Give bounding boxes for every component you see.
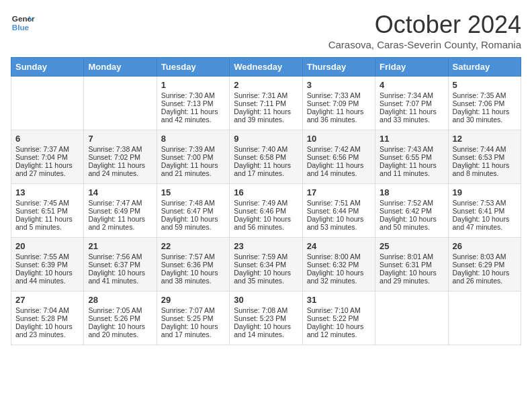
weekday-header: Tuesday (157, 58, 229, 77)
weekday-header: Sunday (11, 58, 84, 77)
sunset-text: Sunset: 7:06 PM (453, 99, 517, 107)
sunrise-text: Sunrise: 7:59 AM (234, 253, 298, 261)
calendar-cell: 30Sunrise: 7:08 AMSunset: 5:23 PMDayligh… (230, 291, 302, 345)
day-number: 30 (234, 295, 298, 305)
daylight-text: Daylight: 11 hours and 14 minutes. (307, 161, 371, 177)
sunrise-text: Sunrise: 8:03 AM (453, 253, 517, 261)
sunrise-text: Sunrise: 7:39 AM (161, 145, 225, 153)
calendar-cell: 24Sunrise: 8:00 AMSunset: 6:32 PMDayligh… (302, 238, 375, 291)
sunset-text: Sunset: 6:46 PM (234, 207, 298, 215)
sunset-text: Sunset: 6:32 PM (307, 261, 371, 269)
location-subtitle: Carasova, Caras-Severin County, Romania (328, 39, 521, 50)
daylight-text: Daylight: 10 hours and 26 minutes. (453, 269, 517, 285)
svg-text:General: General (12, 14, 35, 23)
sunset-text: Sunset: 6:39 PM (15, 261, 79, 269)
sunrise-text: Sunrise: 7:42 AM (307, 145, 371, 153)
calendar-cell: 9Sunrise: 7:40 AMSunset: 6:58 PMDaylight… (230, 130, 302, 184)
daylight-text: Daylight: 10 hours and 14 minutes. (234, 322, 298, 338)
sunset-text: Sunset: 6:29 PM (453, 261, 517, 269)
sunrise-text: Sunrise: 7:43 AM (380, 145, 443, 153)
calendar-cell: 4Sunrise: 7:34 AMSunset: 7:07 PMDaylight… (375, 77, 448, 130)
daylight-text: Daylight: 11 hours and 42 minutes. (161, 107, 225, 124)
daylight-text: Daylight: 11 hours and 17 minutes. (234, 161, 298, 177)
sunrise-text: Sunrise: 7:10 AM (307, 306, 371, 314)
day-number: 31 (307, 295, 371, 305)
calendar-cell: 28Sunrise: 7:05 AMSunset: 5:26 PMDayligh… (84, 291, 157, 345)
sunrise-text: Sunrise: 7:51 AM (307, 199, 371, 207)
weekday-header: Wednesday (230, 58, 302, 77)
sunrise-text: Sunrise: 7:34 AM (380, 91, 443, 99)
daylight-text: Daylight: 11 hours and 27 minutes. (15, 161, 79, 177)
day-number: 14 (88, 187, 152, 197)
title-block: October 2024 Carasova, Caras-Severin Cou… (328, 11, 521, 50)
weekday-header: Saturday (448, 58, 521, 77)
day-number: 2 (234, 80, 298, 90)
day-number: 22 (161, 241, 225, 251)
sunset-text: Sunset: 6:51 PM (15, 207, 79, 215)
day-number: 23 (234, 241, 298, 251)
day-number: 17 (307, 187, 371, 197)
calendar-week-row: 1Sunrise: 7:30 AMSunset: 7:13 PMDaylight… (11, 77, 521, 130)
calendar-cell: 13Sunrise: 7:45 AMSunset: 6:51 PMDayligh… (11, 184, 84, 238)
day-number: 29 (161, 295, 225, 305)
sunset-text: Sunset: 6:55 PM (380, 153, 443, 161)
daylight-text: Daylight: 11 hours and 11 minutes. (380, 161, 443, 177)
sunrise-text: Sunrise: 7:55 AM (15, 253, 79, 261)
sunrise-text: Sunrise: 7:52 AM (380, 199, 443, 207)
sunset-text: Sunset: 6:31 PM (380, 261, 443, 269)
sunrise-text: Sunrise: 7:40 AM (234, 145, 298, 153)
calendar-cell (375, 291, 448, 345)
calendar-week-row: 6Sunrise: 7:37 AMSunset: 7:04 PMDaylight… (11, 130, 521, 184)
calendar-cell: 14Sunrise: 7:47 AMSunset: 6:49 PMDayligh… (84, 184, 157, 238)
sunrise-text: Sunrise: 7:07 AM (161, 306, 225, 314)
calendar-cell: 8Sunrise: 7:39 AMSunset: 7:00 PMDaylight… (157, 130, 229, 184)
daylight-text: Daylight: 10 hours and 29 minutes. (380, 269, 443, 285)
weekday-header: Thursday (302, 58, 375, 77)
calendar-cell: 25Sunrise: 8:01 AMSunset: 6:31 PMDayligh… (375, 238, 448, 291)
sunset-text: Sunset: 7:00 PM (161, 153, 225, 161)
sunrise-text: Sunrise: 7:04 AM (15, 306, 79, 314)
daylight-text: Daylight: 11 hours and 21 minutes. (161, 161, 225, 177)
sunset-text: Sunset: 6:34 PM (234, 261, 298, 269)
calendar-cell: 17Sunrise: 7:51 AMSunset: 6:44 PMDayligh… (302, 184, 375, 238)
daylight-text: Daylight: 10 hours and 41 minutes. (88, 269, 152, 285)
daylight-text: Daylight: 10 hours and 56 minutes. (234, 215, 298, 231)
sunrise-text: Sunrise: 7:33 AM (307, 91, 371, 99)
day-number: 25 (380, 241, 443, 251)
day-number: 27 (15, 295, 79, 305)
calendar-cell: 6Sunrise: 7:37 AMSunset: 7:04 PMDaylight… (11, 130, 84, 184)
page-header: General Blue October 2024 Carasova, Cara… (11, 11, 521, 50)
sunset-text: Sunset: 5:25 PM (161, 314, 225, 322)
daylight-text: Daylight: 11 hours and 2 minutes. (88, 215, 152, 231)
day-number: 19 (453, 187, 517, 197)
calendar-cell: 23Sunrise: 7:59 AMSunset: 6:34 PMDayligh… (230, 238, 302, 291)
day-number: 24 (307, 241, 371, 251)
calendar-cell: 2Sunrise: 7:31 AMSunset: 7:11 PMDaylight… (230, 77, 302, 130)
sunset-text: Sunset: 6:36 PM (161, 261, 225, 269)
sunrise-text: Sunrise: 7:31 AM (234, 91, 298, 99)
calendar-cell: 31Sunrise: 7:10 AMSunset: 5:22 PMDayligh… (302, 291, 375, 345)
sunrise-text: Sunrise: 7:30 AM (161, 91, 225, 99)
sunrise-text: Sunrise: 7:38 AM (88, 145, 152, 153)
calendar-cell: 19Sunrise: 7:53 AMSunset: 6:41 PMDayligh… (448, 184, 521, 238)
day-number: 9 (234, 134, 298, 144)
daylight-text: Daylight: 10 hours and 17 minutes. (161, 322, 225, 338)
calendar-cell: 3Sunrise: 7:33 AMSunset: 7:09 PMDaylight… (302, 77, 375, 130)
day-number: 21 (88, 241, 152, 251)
sunset-text: Sunset: 7:04 PM (15, 153, 79, 161)
daylight-text: Daylight: 10 hours and 53 minutes. (307, 215, 371, 231)
daylight-text: Daylight: 10 hours and 38 minutes. (161, 269, 225, 285)
sunrise-text: Sunrise: 7:35 AM (453, 91, 517, 99)
weekday-header-row: SundayMondayTuesdayWednesdayThursdayFrid… (11, 58, 521, 77)
sunrise-text: Sunrise: 7:57 AM (161, 253, 225, 261)
day-number: 26 (453, 241, 517, 251)
day-number: 18 (380, 187, 443, 197)
day-number: 10 (307, 134, 371, 144)
sunset-text: Sunset: 6:44 PM (307, 207, 371, 215)
sunrise-text: Sunrise: 7:44 AM (453, 145, 517, 153)
calendar-table: SundayMondayTuesdayWednesdayThursdayFrid… (11, 57, 521, 345)
weekday-header: Friday (375, 58, 448, 77)
daylight-text: Daylight: 10 hours and 47 minutes. (453, 215, 517, 231)
day-number: 20 (15, 241, 79, 251)
sunset-text: Sunset: 7:07 PM (380, 99, 443, 107)
